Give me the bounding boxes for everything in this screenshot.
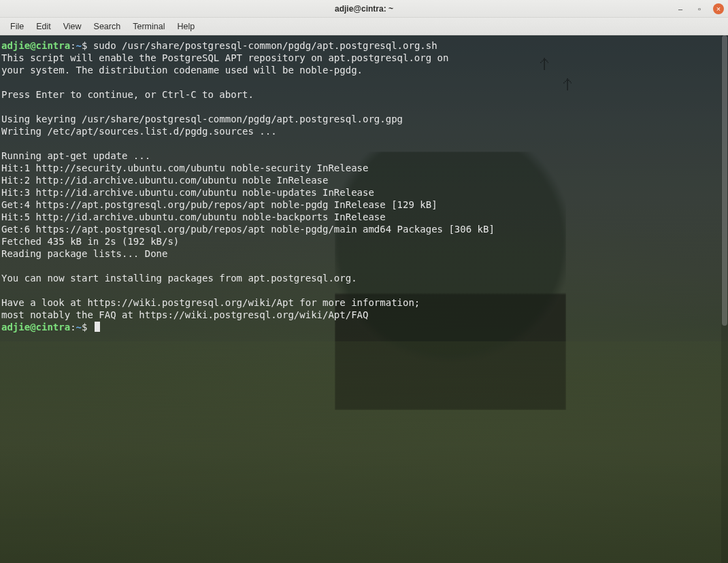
close-button[interactable]: × [713,3,724,14]
cursor [95,322,100,332]
titlebar: adjie@cintra: ~ – ▫ × [0,0,728,18]
menu-view[interactable]: View [57,19,88,34]
minimize-button[interactable]: – [675,3,686,14]
window-controls: – ▫ × [675,0,724,17]
menu-help[interactable]: Help [171,19,201,34]
terminal-viewport[interactable]: 𐋇𐋇 adjie@cintra:~$ sudo /usr/share/postg… [0,35,728,563]
menu-file[interactable]: File [4,19,30,34]
menubar: File Edit View Search Terminal Help [0,18,728,35]
menu-edit[interactable]: Edit [30,19,57,34]
maximize-button[interactable]: ▫ [694,3,705,14]
terminal-scrollbar[interactable] [721,35,728,563]
window-title: adjie@cintra: ~ [335,4,393,14]
scrollbar-thumb[interactable] [722,35,727,326]
menu-terminal[interactable]: Terminal [127,19,171,34]
menu-search[interactable]: Search [88,19,127,34]
terminal-content[interactable]: adjie@cintra:~$ sudo /usr/share/postgres… [0,35,728,563]
